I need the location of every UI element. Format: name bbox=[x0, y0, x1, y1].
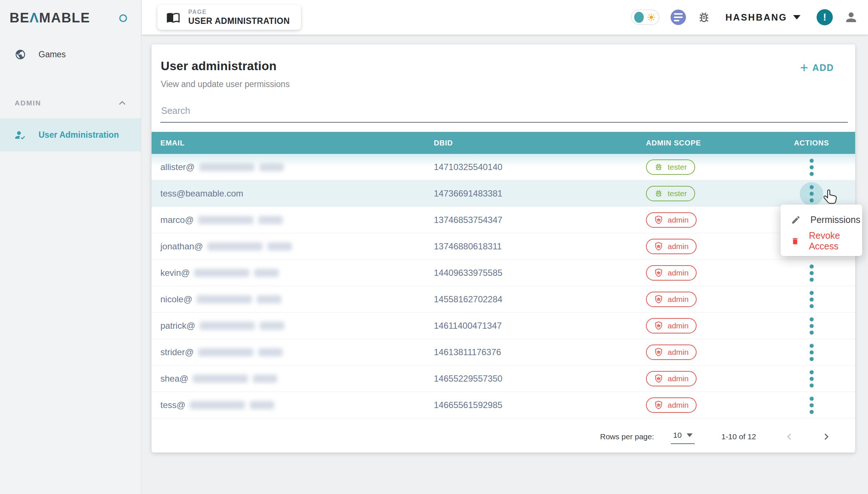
scope-badge-label: tester bbox=[668, 163, 687, 172]
status-ring-icon bbox=[119, 14, 127, 22]
actions-cell bbox=[777, 313, 846, 338]
bug-icon bbox=[654, 162, 663, 172]
scope-badge-label: admin bbox=[668, 401, 689, 410]
dbid-cell: 14558162702284 bbox=[434, 294, 646, 304]
bug-icon[interactable] bbox=[697, 10, 711, 24]
admin-scope-cell: admin bbox=[646, 292, 777, 307]
next-page-button[interactable] bbox=[816, 432, 836, 441]
scope-badge: admin bbox=[646, 292, 697, 307]
scope-badge-label: admin bbox=[668, 216, 689, 224]
blurred-text-segment bbox=[199, 163, 254, 171]
sidebar-item-user-administration[interactable]: User Administration bbox=[0, 118, 141, 151]
column-header-dbid: DBID bbox=[434, 139, 646, 147]
dbid-cell: 14409633975585 bbox=[434, 268, 646, 278]
email-text: strider@ bbox=[160, 347, 194, 357]
scope-badge: admin bbox=[646, 345, 697, 360]
table-footer: Rows per page: 10 1-10 of 12 bbox=[152, 421, 855, 452]
actions-cell bbox=[777, 366, 846, 391]
previous-page-button[interactable] bbox=[780, 432, 799, 441]
scope-badge: admin bbox=[646, 212, 697, 228]
scope-badge-label: admin bbox=[668, 268, 689, 277]
row-actions-kebab-button[interactable] bbox=[800, 156, 823, 179]
page-title: USER ADMINISTRATION bbox=[188, 16, 290, 26]
scope-badge-label: admin bbox=[668, 348, 689, 357]
row-actions-kebab-button[interactable] bbox=[800, 314, 823, 338]
email-cell: patrick@ bbox=[152, 321, 434, 331]
blurred-text-segment bbox=[198, 348, 253, 356]
add-user-button[interactable]: + ADD bbox=[800, 62, 834, 73]
table-row: tess@ 14665561592985 admin bbox=[152, 392, 855, 418]
table-row: kevin@ 14409633975585 admin bbox=[152, 260, 855, 286]
search-input[interactable] bbox=[160, 103, 848, 122]
dbid-cell: 14613811176376 bbox=[434, 347, 646, 357]
dbid-cell: 14655229557350 bbox=[434, 374, 646, 384]
row-actions-kebab-button[interactable] bbox=[800, 262, 823, 285]
menu-item-permissions[interactable]: Permissions bbox=[781, 209, 862, 230]
shield-crown-icon bbox=[654, 242, 663, 251]
blurred-text-segment bbox=[258, 216, 283, 224]
row-actions-kebab-button[interactable] bbox=[800, 341, 823, 364]
blurred-email-domain bbox=[197, 295, 281, 303]
chevron-right-icon bbox=[821, 432, 831, 441]
actions-cell bbox=[777, 393, 846, 417]
beamable-logo: BEΛMABLE bbox=[10, 10, 90, 26]
section-label: ADMIN bbox=[15, 99, 41, 107]
alert-badge-button[interactable]: ! bbox=[817, 9, 833, 25]
page-breadcrumb-chip[interactable]: PAGE USER ADMINISTRATION bbox=[157, 5, 301, 30]
rows-per-page-select[interactable]: 10 bbox=[671, 429, 695, 444]
row-actions-kebab-button[interactable] bbox=[800, 182, 823, 206]
table-row: marco@ 13746853754347 admin bbox=[152, 207, 855, 233]
menu-item-revoke-access[interactable]: Revoke Access bbox=[781, 230, 862, 252]
activity-log-button[interactable] bbox=[671, 10, 686, 25]
list-icon bbox=[674, 13, 683, 15]
chevron-down-icon bbox=[793, 15, 800, 19]
sidebar-section-admin[interactable]: ADMIN bbox=[0, 94, 141, 112]
pagination-range: 1-10 of 12 bbox=[721, 432, 756, 441]
logo-text: BE bbox=[10, 10, 29, 25]
email-text: shea@ bbox=[160, 374, 188, 384]
shield-crown-icon bbox=[654, 321, 663, 330]
theme-toggle-knob bbox=[634, 12, 644, 23]
user-administration-card: User administration View and update user… bbox=[152, 44, 855, 452]
dbid-cell: 13746853754347 bbox=[434, 215, 646, 225]
sidebar-item-games[interactable]: Games bbox=[0, 43, 141, 66]
actions-cell bbox=[777, 260, 846, 285]
actions-cell bbox=[777, 287, 846, 311]
admin-scope-cell: admin bbox=[646, 318, 777, 333]
actions-cell bbox=[777, 181, 846, 206]
row-actions-kebab-button[interactable] bbox=[800, 288, 823, 311]
scope-badge-label: admin bbox=[668, 321, 689, 330]
trash-icon bbox=[791, 236, 799, 246]
dbid-cell: 14665561592985 bbox=[434, 400, 646, 410]
blurred-email-domain bbox=[199, 163, 284, 171]
scope-badge: tester bbox=[646, 159, 695, 175]
exclamation-icon: ! bbox=[823, 12, 827, 23]
blurred-text-segment bbox=[197, 295, 252, 303]
user-icon[interactable] bbox=[844, 10, 858, 25]
add-button-label: ADD bbox=[812, 62, 834, 73]
blurred-text-segment bbox=[254, 269, 279, 277]
plus-icon: + bbox=[800, 62, 809, 73]
theme-toggle[interactable] bbox=[631, 10, 660, 25]
sidebar-item-label: User Administration bbox=[39, 130, 119, 140]
card-subtitle: View and update user permissions bbox=[161, 79, 290, 89]
menu-item-label: Permissions bbox=[810, 214, 860, 225]
actions-cell bbox=[777, 340, 846, 364]
admin-scope-cell: tester bbox=[646, 186, 777, 201]
scope-badge: admin bbox=[646, 371, 697, 386]
blurred-text-segment bbox=[193, 375, 248, 383]
row-actions-kebab-button[interactable] bbox=[800, 367, 823, 391]
blurred-text-segment bbox=[200, 322, 255, 330]
blurred-email-domain bbox=[190, 401, 274, 409]
table-body: allister@ 14710325540140 tester tess@bea… bbox=[152, 154, 855, 418]
org-switcher[interactable]: HASHBANG bbox=[726, 12, 800, 23]
scope-badge-label: admin bbox=[668, 242, 689, 251]
page-chip-kicker: PAGE bbox=[188, 9, 290, 15]
row-actions-kebab-button[interactable] bbox=[800, 394, 823, 417]
email-cell: tess@ bbox=[152, 400, 434, 410]
book-icon bbox=[166, 10, 180, 24]
shield-crown-icon bbox=[654, 268, 663, 277]
table-row: jonathan@ 13746880618311 admin bbox=[152, 233, 855, 260]
beamable-admin-page: BEΛMABLE Games ADMIN User Administration… bbox=[0, 0, 868, 494]
admin-scope-cell: admin bbox=[646, 265, 777, 281]
